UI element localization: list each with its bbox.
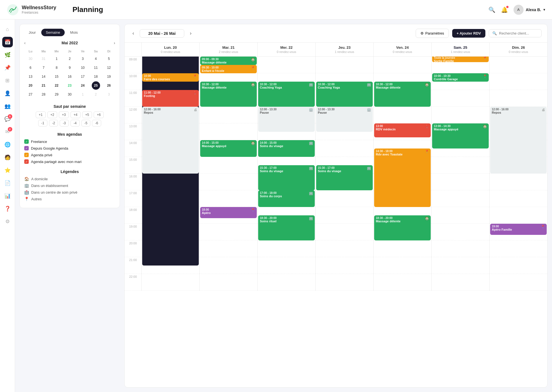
jump-btn-+2[interactable]: +2 [47,111,57,118]
agenda-item[interactable]: ✓ Freelance [24,139,115,144]
mini-cal-day[interactable]: 6 [26,64,35,72]
jump-btn--1[interactable]: -1 [38,120,47,126]
mini-cal-day[interactable]: 31 [39,55,48,63]
notification-btn[interactable]: 🔔 [501,6,508,13]
mini-cal-day[interactable]: 30 [26,55,35,63]
mini-cal-day[interactable]: 30 [66,90,74,99]
next-month-btn[interactable]: › [114,41,115,45]
event-e11[interactable]: 🏢 12:00 - 13:30 Pause [258,107,315,132]
sidebar-icon-settings[interactable]: ⚙ [2,216,13,227]
cal-grid-container[interactable]: Lun. 20 0 rendez-vous Mar. 21 2 rendez-v… [125,43,547,291]
mini-cal-day[interactable]: 5 [105,55,113,63]
mini-cal-day[interactable]: 28 [39,90,48,99]
search-input[interactable] [499,31,538,35]
mini-cal-day[interactable]: 13 [26,72,35,81]
event-e19[interactable]: 🏢 12:00 - 13:30 Pause [316,107,373,132]
sidebar-icon-user[interactable]: 👤 [2,88,13,99]
event-e16[interactable]: 🏢 18:30 - 20:00 Soins rituel [258,215,315,240]
jump-btn-+1[interactable]: +1 [36,111,46,118]
mini-cal-day[interactable]: 8 [52,64,61,72]
event-e27[interactable]: 📍 10:00 - 10:30 Contrôle Garage [432,73,489,82]
params-btn[interactable]: ⚙ Paramètres [416,29,449,38]
event-e6[interactable]: 📍 09:30 - 10:00 Enfant à l'école [200,65,257,73]
jump-btn--3[interactable]: -3 [60,120,69,126]
user-area[interactable]: A Alexa B. ▾ [514,5,545,15]
mini-cal-day[interactable]: 14 [39,72,48,81]
event-e8[interactable]: 🏠 14:00 - 15:00 Massage appuyé [200,140,257,157]
mini-cal-day[interactable]: 16 [66,72,74,81]
mini-cal-day[interactable]: 1 [52,55,61,63]
event-e22[interactable]: 📍 13:00 RDV médecin [374,123,431,137]
search-icon-btn[interactable]: 🔍 [488,6,495,13]
mini-cal-day[interactable]: 23 [66,81,74,90]
sidebar-icon-chart[interactable]: 📊 [2,191,13,201]
next-week-btn[interactable]: › [188,29,194,37]
sidebar-icon-globe[interactable]: 🌐 [2,139,13,150]
event-e9[interactable]: 📍 18:00 Apéro [200,207,257,218]
mini-cal-day[interactable]: 3 [105,90,113,99]
sidebar-icon-person[interactable]: 🧑 [2,152,13,163]
mini-cal-day[interactable]: 27 [26,90,35,99]
mini-cal-day[interactable]: 18 [92,72,100,81]
prev-week-btn[interactable]: ‹ [130,29,136,37]
event-e18[interactable]: 🏢 10:30 - 12:00 Coaching Yoga [316,82,373,107]
agenda-item[interactable]: ✓ Agenda privé [24,153,115,157]
jump-btn--6[interactable]: -6 [92,120,101,126]
mini-cal-day[interactable]: 25 [92,81,100,90]
event-e12[interactable]: 🏢 14:00 - 15:00 Soins du visage [258,140,315,157]
mini-cal-day[interactable]: 7 [39,64,48,72]
mini-cal-day[interactable]: 22 [52,81,61,90]
add-rdv-btn[interactable]: + Ajouter RDV [452,29,485,38]
event-e5[interactable]: 🏠 09:00 - 09:30 Massage détente [200,57,257,65]
mini-cal-day[interactable]: 12 [105,64,113,72]
event-e20[interactable]: 🏢 15:30 - 17:00 Soins du visage [316,165,373,190]
event-e23[interactable]: 📍 14:30 - 18:00 Rdv avec Toastate [374,148,431,207]
agenda-item[interactable]: ✓ Agenda partagé avec mon mari [24,159,115,164]
sidebar-icon-home[interactable]: ⌂ [2,24,13,35]
mini-cal-day[interactable]: 4 [92,55,100,63]
prev-month-btn[interactable]: ‹ [24,41,26,45]
sidebar-icon-pin[interactable]: 📌 [2,62,13,73]
mini-cal-day[interactable]: 10 [79,64,87,72]
sidebar-icon-chat[interactable]: 💬5 [2,114,13,124]
mini-cal-day[interactable]: 20 [26,81,35,90]
mini-cal-day[interactable]: 15 [52,72,61,81]
mini-cal-day[interactable]: 3 [79,55,87,63]
jump-btn--5[interactable]: -5 [81,120,91,126]
view-btn-jour[interactable]: Jour [24,29,40,36]
jump-btn-+3[interactable]: +3 [59,111,69,118]
event-e2[interactable]: 📍 10:00 Faire des courses [142,73,199,82]
mini-cal-day[interactable]: 21 [39,81,48,90]
event-e10[interactable]: 🏢 10:30 - 12:00 Coaching Yoga [258,82,315,107]
mini-cal-day[interactable]: 26 [105,81,113,90]
sidebar-icon-mail[interactable]: ✉2 [2,126,13,137]
mini-cal-day[interactable]: 17 [79,72,87,81]
event-e21[interactable]: 🏠 10:30 - 12:00 Massage détente [374,82,431,107]
sidebar-icon-calendar[interactable]: 📅 [2,37,13,47]
event-e29[interactable]: 🖨 12:00 - 16:00 Repos [490,107,547,174]
mini-cal-day[interactable]: 1 [79,90,87,99]
jump-btn-+4[interactable]: +4 [71,111,81,118]
jump-btn-+6[interactable]: +6 [94,111,104,118]
jump-btn--4[interactable]: -4 [71,120,80,126]
sidebar-icon-star[interactable]: ⭐ [2,165,13,176]
agenda-item[interactable]: ✓ Depuis Google Agenda [24,146,115,150]
mini-cal-day[interactable]: 2 [66,55,74,63]
jump-btn--2[interactable]: -2 [49,120,58,126]
sidebar-icon-leaf[interactable]: 🌿 [2,50,13,60]
mini-cal-day[interactable]: 24 [79,81,87,90]
event-e28[interactable]: 🏠 13:00 - 14:30 Massage appuyé [432,123,489,148]
jump-btn-+5[interactable]: +5 [82,111,92,118]
event-e4[interactable]: 📍 11:00 - 12:00 Footing [142,90,199,107]
view-btn-mois[interactable]: Mois [66,29,82,36]
mini-cal-day[interactable]: 29 [52,90,61,99]
mini-cal-day[interactable]: 9 [66,64,74,72]
event-e3[interactable]: 🖨 12:00 - 16:00 Repos [142,107,199,174]
view-btn-semaine[interactable]: Semaine [41,29,64,36]
mini-cal-day[interactable]: 2 [92,90,100,99]
event-e7[interactable]: 🏠 10:30 - 12:00 Massage détente [200,82,257,107]
sidebar-icon-help[interactable]: ❓ [2,203,13,214]
event-e24[interactable]: 🏠 18:30 - 20:00 Massage détente [374,215,431,240]
sidebar-icon-grid[interactable]: ⊞ [2,75,13,86]
mini-cal-day[interactable]: 19 [105,72,113,81]
